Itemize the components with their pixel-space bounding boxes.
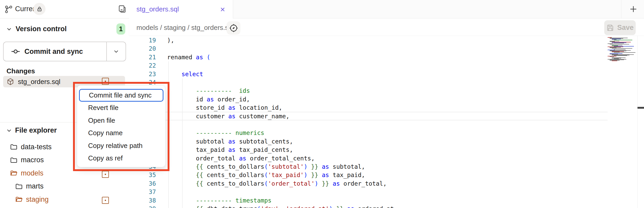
- line-number: 35: [129, 171, 156, 179]
- minimap-line: [612, 61, 617, 61]
- code-line: {{ dbt.date_trunc('day', 'ordered_at') }…: [167, 205, 397, 208]
- code-line: {{ cents_to_dollars('order_total') }} as…: [167, 179, 387, 188]
- tree-item-label: models: [21, 169, 43, 177]
- modified-indicator-icon: [102, 197, 109, 204]
- breadcrumb: models / staging / stg_orders.sql: [136, 24, 234, 32]
- minimap-line: [614, 43, 624, 43]
- line-number: 20: [129, 44, 156, 53]
- line-number: 39: [129, 205, 156, 208]
- chevron-down-icon: [6, 127, 12, 134]
- tree-item-label: staging: [26, 196, 49, 204]
- line-number: 21: [129, 53, 156, 62]
- minimap-line: [612, 48, 632, 49]
- lineage-compass-button[interactable]: [227, 21, 240, 35]
- tree-item-staging[interactable]: staging: [0, 193, 129, 206]
- code-line: ---------- numerics: [167, 129, 264, 137]
- branch-lock-badge: [33, 3, 45, 15]
- version-control-header[interactable]: Version control: [6, 25, 67, 33]
- code-line: {{ cents_to_dollars('subtotal') }} as su…: [167, 162, 365, 171]
- changed-file-name: stg_orders.sql: [18, 78, 60, 86]
- code-line: tax_paid as tax_paid_cents,: [167, 146, 293, 154]
- tab-close-icon[interactable]: ×: [220, 5, 225, 14]
- code-line: customer as customer_name,: [167, 112, 290, 121]
- model-cube-icon: [6, 78, 14, 86]
- chevron-down-icon: [113, 48, 120, 55]
- compass-icon: [229, 23, 238, 33]
- tree-item-label: marts: [26, 182, 44, 190]
- save-label: Save: [617, 24, 634, 32]
- code-line: subtotal as subtotal_cents,: [167, 137, 293, 146]
- chevron-down-icon: [6, 26, 12, 32]
- file-explorer-header[interactable]: File explorer: [6, 126, 57, 134]
- modified-indicator-icon: [102, 171, 109, 178]
- commit-options-dropdown[interactable]: [106, 42, 126, 61]
- menu-item-open-file[interactable]: Open file: [77, 114, 165, 127]
- folder-closed-icon: [10, 156, 18, 164]
- menu-item-copy-name[interactable]: Copy name: [77, 127, 165, 140]
- folder-closed-icon: [15, 183, 23, 190]
- menu-item-revert-file[interactable]: Revert file: [77, 102, 165, 114]
- code-line: {{ cents_to_dollars('tax_paid') }} as ta…: [167, 171, 365, 179]
- code-line: renamed as (: [167, 53, 210, 62]
- minimap-line: [614, 52, 635, 53]
- code-line: ---------- ids: [167, 87, 250, 95]
- version-control-title: Version control: [16, 25, 67, 33]
- line-number: 37: [129, 188, 156, 196]
- line-number: 23: [129, 70, 156, 79]
- branch-bar: Current: [0, 0, 129, 18]
- changes-count-badge: 1: [116, 23, 125, 35]
- line-number: 36: [129, 179, 156, 188]
- commit-and-sync-split-button: Commit and sync: [3, 42, 126, 61]
- line-number: 22: [129, 61, 156, 70]
- line-number: 19: [129, 36, 156, 45]
- code-line: ),: [167, 36, 174, 45]
- overview-ruler-mark: [638, 107, 644, 109]
- file-context-menu: Commit file and syncRevert fileOpen file…: [77, 85, 166, 167]
- modified-indicator-icon: [102, 78, 109, 85]
- divider: [637, 36, 638, 208]
- menu-item-copy-relative-path[interactable]: Copy relative path: [77, 139, 165, 152]
- code-line: order_total as order_total_cents,: [167, 154, 315, 163]
- code-line: id as order_id,: [167, 95, 250, 104]
- minimap-line: [614, 40, 632, 40]
- new-tab-button[interactable]: [627, 3, 640, 16]
- minimap-line: [614, 49, 626, 50]
- tab-title: stg_orders.sql: [136, 5, 179, 13]
- tree-item-label: data-tests: [21, 143, 52, 151]
- menu-item-commit-file-and-sync[interactable]: Commit file and sync: [79, 89, 163, 102]
- changes-title: Changes: [6, 67, 35, 75]
- code-line: ---------- timestamps: [167, 196, 272, 205]
- code-editor[interactable]: 19),2021renamed as (2223 select2425 ----…: [129, 36, 644, 208]
- commit-and-sync-button[interactable]: Commit and sync: [4, 42, 106, 61]
- commit-and-sync-label: Commit and sync: [24, 48, 83, 56]
- tree-item-marts[interactable]: marts: [0, 180, 129, 193]
- tree-item-models[interactable]: models: [0, 167, 129, 180]
- current-line-border: [158, 112, 608, 112]
- duplicate-icon[interactable]: [117, 4, 127, 14]
- folder-closed-icon: [10, 143, 18, 151]
- code-line: store_id as location_id,: [167, 103, 282, 112]
- save-floppy-icon: [606, 24, 614, 32]
- folder-open-icon: [15, 196, 23, 203]
- git-commit-icon: [11, 47, 20, 56]
- minimap[interactable]: [608, 36, 637, 208]
- file-explorer-title: File explorer: [15, 126, 57, 134]
- folder-open-icon: [10, 169, 18, 177]
- minimap-line: [610, 56, 614, 57]
- dbt-ide-window: Current Version control 1: [0, 0, 644, 208]
- minimap-line: [610, 44, 629, 44]
- line-number: 38: [129, 196, 156, 205]
- save-button[interactable]: Save: [604, 20, 636, 35]
- current-line-border: [158, 120, 608, 120]
- tab-stg-orders[interactable]: stg_orders.sql ×: [129, 0, 233, 18]
- code-line: select: [167, 70, 203, 79]
- divider: [621, 0, 621, 18]
- menu-item-copy-as-ref[interactable]: Copy as ref: [77, 152, 165, 165]
- git-branch-icon: [4, 5, 14, 14]
- tree-item-label: macros: [21, 156, 44, 164]
